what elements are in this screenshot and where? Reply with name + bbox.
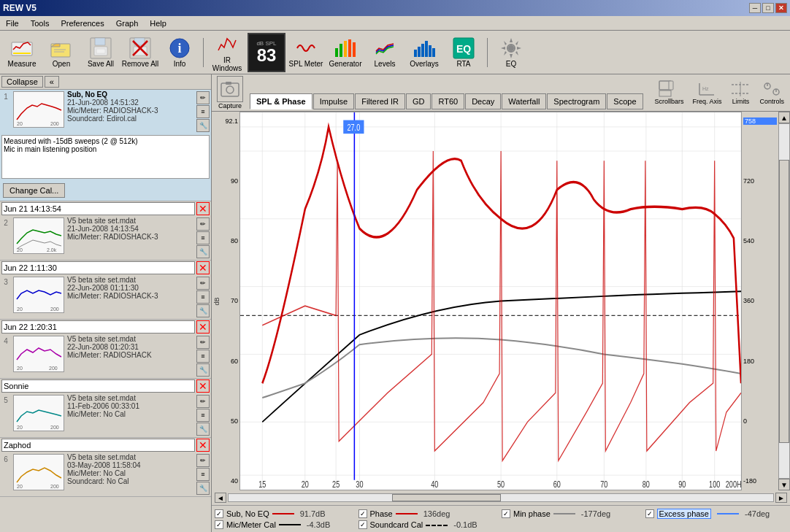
controls-button[interactable]: Controls <box>756 80 787 106</box>
tab-gd[interactable]: GD <box>406 93 432 109</box>
close-button[interactable]: ✕ <box>775 3 787 13</box>
svg-rect-23 <box>418 47 421 57</box>
legend-check-excess-phase[interactable]: ✓ <box>645 509 654 518</box>
collapse-arrow-button[interactable]: « <box>45 76 59 88</box>
meas-name-input-5[interactable] <box>1 379 195 393</box>
toolbar-sep-2 <box>487 38 488 67</box>
menu-help[interactable]: Help <box>144 18 172 29</box>
meas-edit-6[interactable]: ✏ <box>196 454 210 467</box>
meas-info-5[interactable]: 🔧 <box>196 423 210 436</box>
scroll-left-button[interactable]: ◄ <box>215 493 226 503</box>
menu-file[interactable]: File <box>0 18 25 29</box>
scroll-up-button[interactable]: ▲ <box>778 112 790 123</box>
h-scroll-thumb[interactable] <box>392 494 501 501</box>
legend-check-soundcard-cal[interactable]: ✓ <box>358 520 367 529</box>
limits-button[interactable]: Limits <box>727 80 753 106</box>
meas-delete-3[interactable]: ✕ <box>196 261 210 274</box>
meas-delete-2[interactable]: ✕ <box>196 202 210 215</box>
horizontal-scrollbar[interactable]: ◄ ► <box>212 490 790 505</box>
tab-spl-phase[interactable]: SPL & Phase <box>250 93 312 109</box>
legend-check-sub-no-eq[interactable]: ✓ <box>215 509 223 518</box>
tab-rt60[interactable]: RT60 <box>432 93 464 109</box>
tabs-tools-row: Capture SPL & Phase Impulse Filtered IR … <box>212 74 790 112</box>
meas-edit-3[interactable]: ✏ <box>196 277 210 290</box>
legend-check-phase[interactable]: ✓ <box>358 509 367 518</box>
meas-info-3[interactable]: 🔧 <box>196 304 210 317</box>
change-cal-button[interactable]: Change Cal... <box>3 183 65 198</box>
remove-all-button[interactable]: Remove All <box>121 33 159 72</box>
h-scroll-track[interactable] <box>228 493 774 502</box>
scrollbars-button[interactable]: Scrollbars <box>651 80 686 106</box>
svg-text:20: 20 <box>302 479 309 490</box>
scroll-right-button[interactable]: ► <box>775 493 787 503</box>
meas-view-6[interactable]: ≡ <box>196 468 210 481</box>
vertical-scrollbar[interactable]: ▲ ▼ <box>778 112 790 490</box>
svg-point-30 <box>508 45 514 51</box>
legend-check-min-phase[interactable]: ✓ <box>502 509 510 518</box>
scroll-down-button[interactable]: ▼ <box>778 479 790 490</box>
meas-name-input-3[interactable] <box>1 261 195 274</box>
tab-waterfall[interactable]: Waterfall <box>502 93 546 109</box>
main-area: Collapse « 1 20 200 Sub, No EQ 21-Jun-20… <box>0 74 790 532</box>
meas-view-1[interactable]: ≡ <box>196 105 210 118</box>
deg-label-758: 758 <box>743 117 777 125</box>
deg-label-540: 540 <box>743 237 777 244</box>
overlays-button[interactable]: Levels <box>366 33 404 72</box>
meas-info-4[interactable]: 🔧 <box>196 363 210 377</box>
meas-info-2[interactable]: 🔧 <box>196 245 210 258</box>
ir-windows-button[interactable]: IR Windows <box>208 33 246 72</box>
maximize-button[interactable]: □ <box>762 3 774 13</box>
meas-delete-6[interactable]: ✕ <box>196 439 210 452</box>
meas-name-input-4[interactable] <box>1 320 195 334</box>
capture-button[interactable] <box>217 76 243 102</box>
menu-graph[interactable]: Graph <box>110 18 145 29</box>
meas-delete-4[interactable]: ✕ <box>196 320 210 334</box>
meas-view-5[interactable]: ≡ <box>196 409 210 422</box>
tab-filtered-ir[interactable]: Filtered IR <box>355 93 405 109</box>
eq-button[interactable]: EQ RTA <box>445 33 483 72</box>
meas-edit-1[interactable]: ✏ <box>196 91 210 104</box>
meas-info-1[interactable]: 🔧 <box>196 119 210 132</box>
meas-actions-6: ✏ ≡ 🔧 <box>195 452 211 496</box>
legend-value-excess-phase: -47deg <box>745 509 770 518</box>
open-button[interactable]: Open <box>42 33 80 72</box>
info-button[interactable]: i Info <box>161 33 199 72</box>
tab-scope[interactable]: Scope <box>607 93 643 109</box>
menu-tools[interactable]: Tools <box>25 18 55 29</box>
meas-view-3[interactable]: ≡ <box>196 290 210 304</box>
meas-edit-5[interactable]: ✏ <box>196 395 210 408</box>
meas-name-input-6[interactable] <box>1 439 195 452</box>
meas-view-4[interactable]: ≡ <box>196 350 210 363</box>
legend-check-mic-meter-cal[interactable]: ✓ <box>215 520 223 529</box>
meas-info-4: V5 beta site set.mdat 22-Jun-2008 01:20:… <box>66 334 195 378</box>
menu-preferences[interactable]: Preferences <box>55 18 110 29</box>
meas-info-6[interactable]: 🔧 <box>196 482 210 495</box>
meas-date-6: V5 beta site set.mdat <box>67 453 193 461</box>
meas-edit-2[interactable]: ✏ <box>196 217 210 231</box>
meas-view-2[interactable]: ≡ <box>196 231 210 244</box>
spl-meter-display[interactable]: dB SPL 83 <box>248 33 285 72</box>
tab-impulse[interactable]: Impulse <box>313 93 355 109</box>
collapse-button[interactable]: Collapse <box>1 76 43 88</box>
preferences-toolbar-button[interactable]: EQ <box>492 33 530 72</box>
minimize-button[interactable]: ─ <box>749 3 761 13</box>
meas-edit-4[interactable]: ✏ <box>196 336 210 349</box>
levels-button[interactable]: Generator <box>326 33 364 72</box>
measure-button[interactable]: Measure <box>3 33 41 72</box>
generator-button[interactable]: SPL Meter <box>287 33 325 72</box>
rta-button[interactable]: Overlays <box>405 33 443 72</box>
tab-spectrogram[interactable]: Spectrogram <box>547 93 606 109</box>
svg-rect-52 <box>226 82 231 85</box>
measurement-item-2: ✕ 2 20 2.0k V5 beta site set.mdat 21-Jun… <box>0 201 211 261</box>
graph-container[interactable]: 15 20 25 30 40 50 60 70 80 90 100 200Hz <box>239 112 742 490</box>
meas-delete-5[interactable]: ✕ <box>196 379 210 393</box>
meas-date-5: V5 beta site set.mdat <box>67 394 193 402</box>
svg-rect-9 <box>96 49 105 53</box>
tab-decay[interactable]: Decay <box>465 93 501 109</box>
svg-rect-55 <box>659 90 671 96</box>
vert-scroll-track[interactable] <box>778 123 790 479</box>
meas-name-input-2[interactable] <box>1 202 195 215</box>
freq-axis-button[interactable]: Hz Freq. Axis <box>689 80 724 106</box>
vert-scroll-thumb[interactable] <box>779 160 789 443</box>
save-all-button[interactable]: Save All <box>82 33 120 72</box>
